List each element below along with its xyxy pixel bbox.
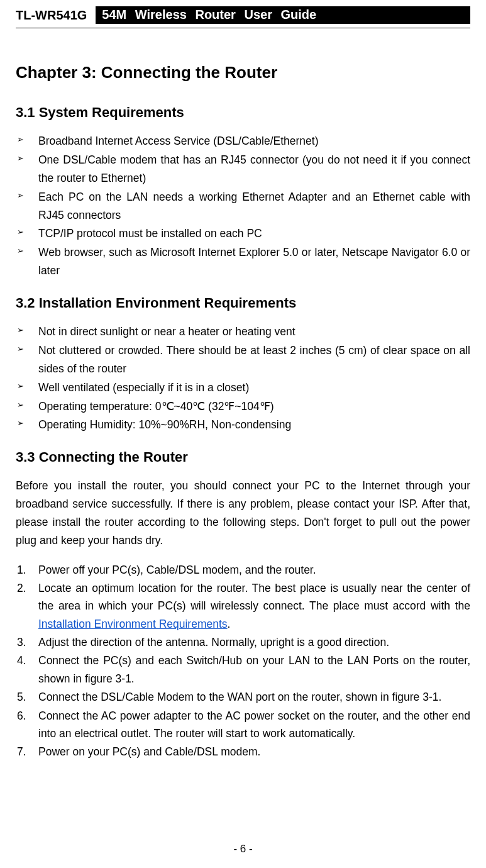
list-item: Not cluttered or crowded. There should b… (17, 342, 470, 378)
section-33-intro: Before you install the router, you shoul… (16, 477, 470, 550)
list-item: TCP/IP protocol must be installed on eac… (17, 225, 470, 243)
list-item: Connect the PC(s) and each Switch/Hub on… (17, 652, 470, 687)
step-text-after: . (228, 618, 231, 630)
list-item: Each PC on the LAN needs a working Ether… (17, 188, 470, 225)
list-item: Web browser, such as Microsoft Internet … (17, 243, 470, 280)
list-item: Connect the AC power adapter to the AC p… (17, 707, 470, 743)
list-item: Locate an optimum location for the route… (17, 579, 470, 633)
list-item: Connect the DSL/Cable Modem to the WAN p… (17, 688, 470, 706)
list-item: Not in direct sunlight or near a heater … (17, 323, 470, 341)
list-item: Well ventilated (especially if it is in … (17, 379, 470, 397)
page-content: TL-WR541G 54M Wireless Router User Guide… (0, 0, 486, 774)
step-text: Locate an optimum location for the route… (38, 582, 470, 612)
installation-env-link[interactable]: Installation Environment Requirements (38, 618, 228, 630)
section-32-title: 3.2 Installation Environment Requirement… (16, 295, 470, 311)
section-31-list: Broadband Internet Access Service (DSL/C… (16, 132, 470, 280)
list-item: Adjust the direction of the antenna. Nor… (17, 633, 470, 651)
section-31-title: 3.1 System Requirements (16, 104, 470, 121)
section-33-steps: Power off your PC(s), Cable/DSL modem, a… (16, 561, 470, 761)
header-title: 54M Wireless Router User Guide (96, 6, 470, 24)
list-item: Power on your PC(s) and Cable/DSL modem. (17, 743, 470, 760)
list-item: Broadband Internet Access Service (DSL/C… (17, 132, 470, 150)
section-33-title: 3.3 Connecting the Router (16, 449, 470, 465)
page-number: - 6 - (0, 843, 486, 855)
section-32-list: Not in direct sunlight or near a heater … (16, 323, 470, 434)
list-item: Operating temperature: 0℃~40℃ (32℉~104℉) (17, 398, 470, 416)
header-model: TL-WR541G (16, 8, 87, 23)
list-item: Operating Humidity: 10%~90%RH, Non-conde… (17, 416, 470, 434)
chapter-title: Chapter 3: Connecting the Router (16, 63, 470, 82)
page-header: TL-WR541G 54M Wireless Router User Guide (16, 6, 470, 24)
header-divider (16, 28, 470, 28)
list-item: Power off your PC(s), Cable/DSL modem, a… (17, 561, 470, 579)
list-item: One DSL/Cable modem that has an RJ45 con… (17, 151, 470, 187)
